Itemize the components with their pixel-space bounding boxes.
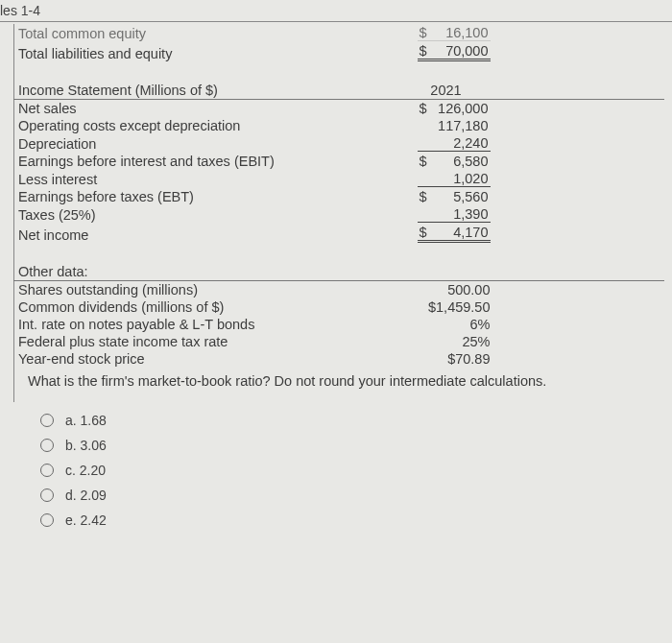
row-label: Int. rate on notes payable & L-T bonds <box>14 316 398 333</box>
table-row: Federal plus state income tax rate 25% <box>14 333 665 350</box>
table-row: Depreciation 2,240 <box>14 134 665 153</box>
row-value: 1,020 <box>398 170 494 188</box>
row-value: $70.89 <box>398 350 494 368</box>
table-row: Common dividends (millions of $) $1,459.… <box>14 298 665 316</box>
row-label: Taxes (25%) <box>14 205 398 224</box>
option-d[interactable]: d. 2.09 <box>40 483 664 508</box>
row-label: Earnings before interest and taxes (EBIT… <box>14 153 398 170</box>
row-label: Depreciation <box>14 134 398 153</box>
table-row: Total liabilities and equity $70,000 <box>14 42 665 62</box>
row-value: $1,459.50 <box>398 298 494 316</box>
row-value: $126,000 <box>398 100 494 118</box>
page-header: les 1-4 <box>0 0 672 22</box>
row-label: Year-end stock price <box>14 350 398 368</box>
row-value: $70,000 <box>398 42 494 62</box>
option-label: c. 2.20 <box>65 463 106 478</box>
row-value: 117,180 <box>398 117 494 134</box>
option-label: d. 2.09 <box>65 488 107 503</box>
main-container: Total common equity $16,100 Total liabil… <box>0 24 672 533</box>
financial-table: Total common equity $16,100 Total liabil… <box>13 24 664 368</box>
option-a[interactable]: a. 1.68 <box>40 408 664 433</box>
radio-icon[interactable] <box>40 464 54 477</box>
row-value: $5,560 <box>398 188 494 205</box>
row-label: Federal plus state income tax rate <box>14 333 398 350</box>
table-row: Shares outstanding (millions) 500.00 <box>14 281 665 299</box>
table-row: Net sales $126,000 <box>14 100 665 118</box>
row-label: Total common equity <box>14 24 398 42</box>
row-value: 2,240 <box>398 134 494 153</box>
row-value: 500.00 <box>398 281 494 299</box>
row-value: $6,580 <box>398 153 494 170</box>
row-label: Earnings before taxes (EBT) <box>14 188 398 205</box>
row-label: Operating costs except depreciation <box>14 117 398 134</box>
row-label: Shares outstanding (millions) <box>14 281 398 299</box>
table-row: Earnings before taxes (EBT) $5,560 <box>14 188 665 205</box>
option-c[interactable]: c. 2.20 <box>40 458 664 483</box>
row-label: Common dividends (millions of $) <box>14 298 398 316</box>
row-label: Less interest <box>14 170 398 188</box>
table-row: Total common equity $16,100 <box>14 24 665 42</box>
section-title: Income Statement (Millions of $) <box>14 82 398 100</box>
table-row: Year-end stock price $70.89 <box>14 350 665 368</box>
answer-options: a. 1.68 b. 3.06 c. 2.20 d. 2.09 e. 2.42 <box>13 402 664 533</box>
row-value: $4,170 <box>398 224 494 244</box>
option-e[interactable]: e. 2.42 <box>40 508 664 533</box>
table-row: Less interest 1,020 <box>14 170 665 188</box>
radio-icon[interactable] <box>40 513 54 527</box>
option-label: e. 2.42 <box>65 512 107 528</box>
row-label: Net income <box>14 224 398 244</box>
row-value: 1,390 <box>398 205 494 224</box>
row-value: $16,100 <box>398 24 494 42</box>
row-value: 6% <box>398 316 494 333</box>
section-title: Other data: <box>14 263 398 281</box>
radio-icon[interactable] <box>40 414 54 427</box>
table-row: Taxes (25%) 1,390 <box>14 205 665 224</box>
table-row: Operating costs except depreciation 117,… <box>14 117 665 134</box>
option-label: a. 1.68 <box>65 413 107 428</box>
row-value: 25% <box>398 333 494 350</box>
radio-icon[interactable] <box>40 439 54 452</box>
table-row: Int. rate on notes payable & L-T bonds 6… <box>14 316 665 333</box>
option-b[interactable]: b. 3.06 <box>40 433 664 458</box>
table-row: Net income $4,170 <box>14 224 665 244</box>
other-data-header: Other data: <box>14 263 665 281</box>
question-text: What is the firm's market-to-book ratio?… <box>13 368 664 402</box>
option-label: b. 3.06 <box>65 438 107 453</box>
radio-icon[interactable] <box>40 488 54 502</box>
income-statement-header: Income Statement (Millions of $) 2021 <box>14 82 665 100</box>
row-label: Net sales <box>14 100 398 118</box>
year-header: 2021 <box>398 82 494 100</box>
table-row: Earnings before interest and taxes (EBIT… <box>14 153 665 170</box>
row-label: Total liabilities and equity <box>14 42 398 62</box>
